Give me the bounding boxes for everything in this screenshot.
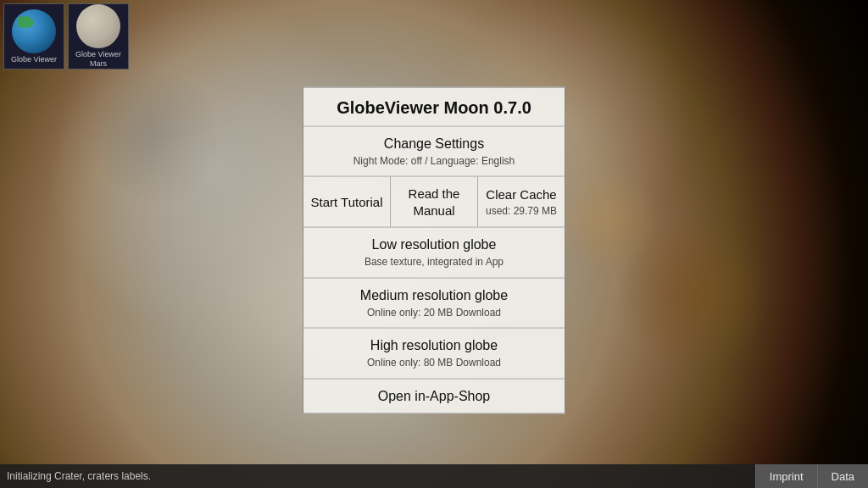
high-res-subtitle: Online only: 80 MB Download xyxy=(315,357,553,370)
low-res-label: Low resolution globe xyxy=(372,237,497,252)
earth-globe-icon xyxy=(12,9,56,53)
high-res-row: High resolution globe Online only: 80 MB… xyxy=(303,329,565,379)
data-button[interactable]: Data xyxy=(817,464,868,488)
change-settings-label: Change Settings xyxy=(384,136,484,151)
status-bar: Initializing Crater, craters labels. Imp… xyxy=(0,464,868,488)
clear-cache-button[interactable]: Clear Cache used: 29.79 MB xyxy=(478,177,565,227)
app-icon-globemoon[interactable]: Globe Viewer Mars xyxy=(68,3,129,69)
main-modal: GlobeViewer Moon 0.7.0 Change Settings N… xyxy=(303,87,565,414)
three-button-row: Start Tutorial Read the Manual Clear Cac… xyxy=(303,177,565,228)
change-settings-row: Change Settings Night Mode: off / Langua… xyxy=(303,127,565,177)
low-res-row: Low resolution globe Base texture, integ… xyxy=(303,228,565,278)
status-text: Initializing Crater, craters labels. xyxy=(0,470,755,482)
high-res-button[interactable]: High resolution globe Online only: 80 MB… xyxy=(303,329,565,378)
read-manual-button[interactable]: Read the Manual xyxy=(391,177,478,227)
medium-res-row: Medium resolution globe Online only: 20 … xyxy=(303,278,565,328)
medium-res-subtitle: Online only: 20 MB Download xyxy=(315,306,553,319)
change-settings-button[interactable]: Change Settings Night Mode: off / Langua… xyxy=(303,127,565,176)
app-icon-label-moon: Globe Viewer Mars xyxy=(69,50,128,69)
medium-res-button[interactable]: Medium resolution globe Online only: 20 … xyxy=(303,278,565,327)
top-icon-bar: Globe Viewer Globe Viewer Mars xyxy=(0,0,868,69)
high-res-label: High resolution globe xyxy=(370,338,498,352)
app-icon-label-earth: Globe Viewer xyxy=(11,55,57,64)
clear-cache-subtitle: used: 29.79 MB xyxy=(485,204,558,218)
low-res-subtitle: Base texture, integrated in App xyxy=(315,256,553,269)
imprint-button[interactable]: Imprint xyxy=(755,464,817,488)
modal-title: GlobeViewer Moon 0.7.0 xyxy=(303,88,565,127)
medium-res-label: Medium resolution globe xyxy=(360,287,508,302)
open-shop-label: Open in-App-Shop xyxy=(378,388,491,402)
shop-row: Open in-App-Shop xyxy=(303,379,565,413)
start-tutorial-button[interactable]: Start Tutorial xyxy=(303,177,391,227)
clear-cache-label: Clear Cache xyxy=(486,187,556,202)
start-tutorial-label: Start Tutorial xyxy=(310,195,382,209)
moon-globe-icon xyxy=(76,4,120,48)
low-res-button[interactable]: Low resolution globe Base texture, integ… xyxy=(303,228,565,277)
read-manual-label: Read the Manual xyxy=(409,186,460,217)
change-settings-subtitle: Night Mode: off / Language: English xyxy=(315,154,553,168)
open-shop-button[interactable]: Open in-App-Shop xyxy=(303,379,565,413)
app-icon-globeviewer[interactable]: Globe Viewer xyxy=(3,3,64,69)
